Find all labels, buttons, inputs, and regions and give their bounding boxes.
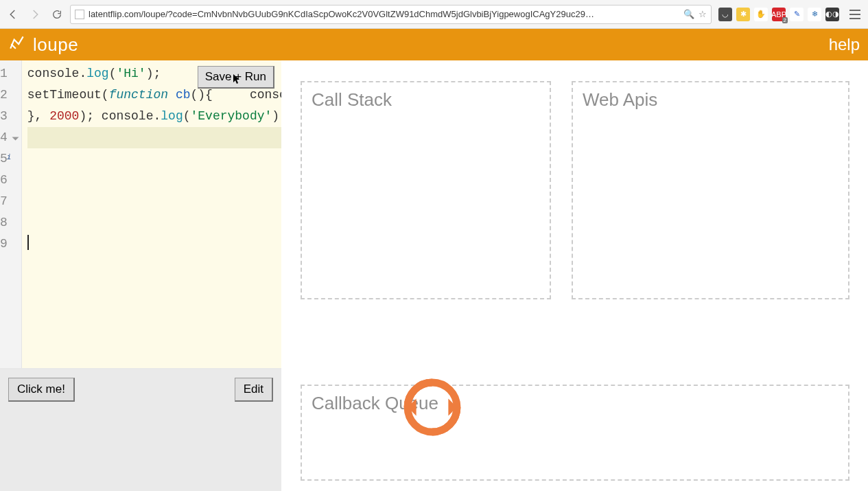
line-number: 6 bbox=[0, 170, 21, 191]
line-number: 8 bbox=[0, 212, 21, 233]
callback-queue-panel: Callback Queue bbox=[301, 385, 849, 481]
line-number: 7 bbox=[0, 191, 21, 212]
app-header: loupe help bbox=[0, 29, 868, 60]
ext-icon-mask[interactable]: ◐◑ bbox=[825, 8, 839, 21]
code-line: console.log('Everybody'); bbox=[102, 109, 287, 123]
brand-icon bbox=[8, 34, 26, 56]
brand-name: loupe bbox=[33, 34, 78, 56]
ext-icon-bug[interactable]: ❄ bbox=[808, 8, 821, 21]
web-apis-panel: Web Apis bbox=[572, 81, 849, 299]
call-stack-panel: Call Stack bbox=[301, 81, 551, 299]
code-line: console.log('Hi'); bbox=[27, 67, 161, 80]
panel-title: Web Apis bbox=[583, 89, 657, 110]
chrome-menu-button[interactable] bbox=[846, 10, 864, 19]
line-number: 9 bbox=[0, 233, 21, 255]
extension-icons: ◡ ✱ ✋ ABP2 ✎ ❄ ◐◑ bbox=[716, 8, 842, 21]
line-number: 1 bbox=[0, 63, 21, 84]
top-row: Call Stack Web Apis bbox=[301, 81, 849, 299]
help-link[interactable]: help bbox=[829, 35, 860, 54]
event-loop-icon bbox=[395, 376, 470, 438]
click-me-button[interactable]: Click me! bbox=[8, 378, 75, 402]
render-area: Click me! Edit bbox=[0, 369, 281, 491]
line-number: 2 bbox=[0, 84, 21, 106]
panel-title: Call Stack bbox=[312, 89, 392, 110]
save-run-button[interactable]: Save + Run bbox=[198, 66, 274, 89]
pocket-ext-icon[interactable]: ◡ bbox=[718, 8, 732, 21]
brand: loupe bbox=[8, 34, 78, 56]
edit-button[interactable]: Edit bbox=[235, 378, 273, 402]
code-editor[interactable]: 1 2 3 4 5 6 7 8 9 console.log('Hi'); set… bbox=[0, 60, 281, 369]
code-line: }, 2000); bbox=[27, 109, 94, 123]
zoom-icon[interactable]: 🔍 bbox=[683, 9, 694, 19]
line-number: 3 bbox=[0, 106, 21, 127]
url-text: latentflip.com/loupe/?code=CmNvbnNvbGUub… bbox=[89, 9, 681, 19]
address-bar[interactable]: latentflip.com/loupe/?code=CmNvbnNvbGUub… bbox=[70, 5, 712, 24]
forward-button[interactable] bbox=[26, 5, 44, 23]
page-icon bbox=[75, 10, 84, 19]
main-layout: 1 2 3 4 5 6 7 8 9 console.log('Hi'); set… bbox=[0, 60, 868, 491]
ext-icon-wand[interactable]: ✎ bbox=[790, 8, 804, 21]
line-number: 5 bbox=[0, 148, 21, 170]
left-pane: 1 2 3 4 5 6 7 8 9 console.log('Hi'); set… bbox=[0, 60, 281, 491]
browser-toolbar: latentflip.com/loupe/?code=CmNvbnNvbGUub… bbox=[0, 0, 868, 29]
url-actions: 🔍 ☆ bbox=[681, 9, 707, 19]
code-line: setTimeout(function cb(){ bbox=[27, 88, 213, 102]
line-number: 4 bbox=[0, 127, 21, 148]
editor-cursor bbox=[27, 235, 29, 250]
ext-icon-yellow[interactable]: ✱ bbox=[736, 8, 750, 21]
ublock-ext-icon[interactable]: ✋ bbox=[754, 8, 768, 21]
visualization-pane: Call Stack Web Apis Callback Queue bbox=[281, 60, 868, 491]
editor-gutter: 1 2 3 4 5 6 7 8 9 bbox=[0, 60, 22, 368]
back-button[interactable] bbox=[4, 5, 22, 23]
reload-button[interactable] bbox=[48, 5, 66, 23]
bookmark-star-icon[interactable]: ☆ bbox=[699, 9, 707, 19]
adblock-ext-icon[interactable]: ABP2 bbox=[772, 8, 786, 21]
